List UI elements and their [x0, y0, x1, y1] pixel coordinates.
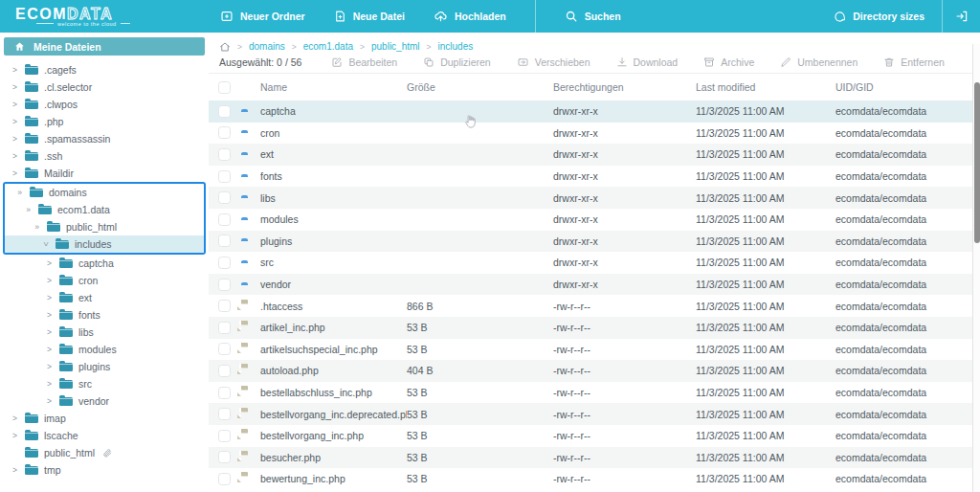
table-row[interactable]: .htaccess 866 B -rw-r--r-- 11/3/2025 11:… [209, 295, 972, 317]
table-row[interactable]: vendor drwxr-xr-x 11/3/2025 11:00 AM eco… [209, 274, 972, 296]
table-row[interactable]: bewertung_inc.php 53 B -rw-r--r-- 11/3/2… [209, 468, 972, 490]
sidebar-item--ssh[interactable]: > .ssh [0, 147, 209, 165]
sidebar-item-fonts[interactable]: > fonts [0, 306, 209, 324]
sidebar-item-src[interactable]: > src [0, 375, 209, 392]
sidebar-item--cagefs[interactable]: > .cagefs [0, 61, 209, 78]
row-checkbox[interactable] [218, 191, 231, 204]
sidebar-item-public-html[interactable]: public_html [0, 444, 209, 461]
new-file-button[interactable]: Neue Datei [334, 10, 405, 23]
chevron-icon[interactable]: > [45, 310, 54, 320]
chevron-icon[interactable]: > [45, 396, 54, 406]
delete-button[interactable]: Entfernen [883, 56, 945, 68]
search-button[interactable]: Suchen [565, 10, 621, 23]
row-checkbox[interactable] [218, 235, 231, 247]
table-row[interactable]: plugins drwxr-xr-x 11/3/2025 11:00 AM ec… [209, 231, 972, 253]
archive-button[interactable]: Archive [703, 56, 754, 68]
chevron-icon[interactable]: > [41, 240, 51, 249]
vertical-scrollbar[interactable] [972, 44, 980, 492]
table-row[interactable]: besucher.php 53 B -rw-r--r-- 11/3/2025 1… [209, 447, 972, 469]
chevron-icon[interactable]: > [11, 168, 19, 178]
move-button[interactable]: Verschieben [517, 56, 590, 68]
rename-button[interactable]: Umbenennen [780, 56, 858, 68]
sidebar-item--clwpos[interactable]: > .clwpos [0, 96, 209, 113]
row-checkbox[interactable] [218, 170, 231, 183]
sidebar-item-domains[interactable]: » domains [5, 184, 204, 201]
chevron-icon[interactable]: > [11, 65, 19, 75]
chevron-icon[interactable]: > [45, 276, 54, 285]
table-row[interactable]: cron drwxr-xr-x 11/3/2025 11:00 AM ecomd… [209, 123, 972, 145]
table-row[interactable]: artikelsuchspecial_inc.php 53 B -rw-r--r… [209, 339, 972, 361]
table-row[interactable]: fonts drwxr-xr-x 11/3/2025 11:00 AM ecom… [209, 166, 972, 188]
chevron-icon[interactable]: » [24, 205, 33, 214]
column-size[interactable]: Größe [407, 81, 553, 93]
breadcrumb-home-icon[interactable] [219, 41, 231, 53]
table-row[interactable]: autoload.php 404 B -rw-r--r-- 11/3/2025 … [209, 360, 972, 382]
row-checkbox[interactable] [218, 322, 231, 334]
sidebar-item-imap[interactable]: > imap [0, 410, 209, 427]
row-checkbox[interactable] [218, 408, 231, 420]
sidebar-item-cron[interactable]: > cron [0, 272, 209, 289]
table-row[interactable]: libs drwxr-xr-x 11/3/2025 11:00 AM ecomd… [209, 187, 972, 209]
table-row[interactable]: modules drwxr-xr-x 11/3/2025 11:00 AM ec… [209, 209, 972, 231]
sidebar-item-public-html[interactable]: » public_html [5, 218, 204, 235]
row-checkbox[interactable] [218, 387, 231, 399]
upload-button[interactable]: Hochladen [434, 10, 506, 23]
chevron-icon[interactable]: » [33, 222, 41, 232]
table-row[interactable]: bestellvorgang_inc.deprecated.php 53 B -… [209, 403, 972, 425]
sidebar-item-ext[interactable]: > ext [0, 289, 209, 306]
row-checkbox[interactable] [218, 343, 231, 355]
sidebar-item-meine-dateien[interactable]: Meine Dateien [4, 37, 205, 56]
row-checkbox[interactable] [218, 257, 231, 269]
sidebar-item-modules[interactable]: > modules [0, 341, 209, 358]
chevron-icon[interactable]: > [45, 379, 54, 389]
chevron-icon[interactable]: > [11, 431, 19, 440]
row-checkbox[interactable] [218, 473, 231, 485]
table-row[interactable]: src drwxr-xr-x 11/3/2025 11:00 AM ecomda… [209, 252, 972, 274]
chevron-icon[interactable]: > [11, 82, 19, 92]
sidebar-item-maildir[interactable]: > Maildir [0, 165, 209, 182]
sidebar-item--cl-selector[interactable]: > .cl.selector [0, 78, 209, 96]
chevron-icon[interactable]: > [11, 465, 19, 475]
edit-button[interactable]: Bearbeiten [331, 56, 397, 68]
sidebar-item-plugins[interactable]: > plugins [0, 358, 209, 375]
chevron-icon[interactable]: > [11, 414, 19, 423]
logout-button[interactable] [942, 0, 980, 33]
column-uidgid[interactable]: UID/GID [835, 81, 972, 93]
breadcrumb-includes[interactable]: includes [438, 41, 474, 52]
breadcrumb-public-html[interactable]: public_html [371, 41, 420, 52]
chevron-icon[interactable]: > [45, 293, 54, 302]
chevron-icon[interactable]: > [45, 327, 54, 337]
sidebar-item-includes[interactable]: > includes [5, 235, 204, 253]
row-checkbox[interactable] [218, 279, 231, 291]
chevron-icon[interactable]: > [11, 117, 19, 126]
table-row[interactable]: captcha drwxr-xr-x 11/3/2025 11:00 AM ec… [209, 101, 972, 123]
column-permissions[interactable]: Berechtigungen [553, 81, 696, 93]
scrollbar-thumb[interactable] [974, 82, 980, 243]
download-button[interactable]: Download [616, 56, 679, 68]
sidebar-item-vendor[interactable]: > vendor [0, 392, 209, 410]
duplicate-button[interactable]: Duplizieren [423, 56, 491, 68]
chevron-icon[interactable]: » [15, 188, 24, 197]
row-checkbox[interactable] [218, 451, 231, 463]
sidebar-item-tmp[interactable]: > tmp [0, 461, 209, 479]
row-checkbox[interactable] [218, 148, 231, 161]
directory-sizes-button[interactable]: Directory sizes [834, 11, 924, 23]
table-row[interactable]: bestellabschluss_inc.php 53 B -rw-r--r--… [209, 382, 972, 404]
chevron-icon[interactable]: > [45, 258, 54, 268]
sidebar-item-lscache[interactable]: > lscache [0, 427, 209, 444]
table-row[interactable]: artikel_inc.php 53 B -rw-r--r-- 11/3/202… [209, 317, 972, 339]
new-folder-button[interactable]: Neuer Ordner [220, 10, 305, 23]
chevron-icon[interactable]: > [11, 100, 19, 109]
chevron-icon[interactable]: > [11, 151, 19, 161]
select-all-checkbox[interactable] [218, 81, 231, 94]
row-checkbox[interactable] [218, 430, 231, 442]
row-checkbox[interactable] [218, 126, 231, 139]
row-checkbox[interactable] [218, 213, 231, 226]
breadcrumb-domains[interactable]: domains [249, 41, 285, 52]
sidebar-item--spamassassin[interactable]: > .spamassassin [0, 130, 209, 147]
chevron-icon[interactable]: > [45, 345, 54, 354]
table-row[interactable]: ext drwxr-xr-x 11/3/2025 11:00 AM ecomda… [209, 144, 972, 166]
row-checkbox[interactable] [218, 105, 231, 118]
sidebar-item-libs[interactable]: > libs [0, 324, 209, 341]
chevron-icon[interactable]: > [11, 134, 19, 144]
